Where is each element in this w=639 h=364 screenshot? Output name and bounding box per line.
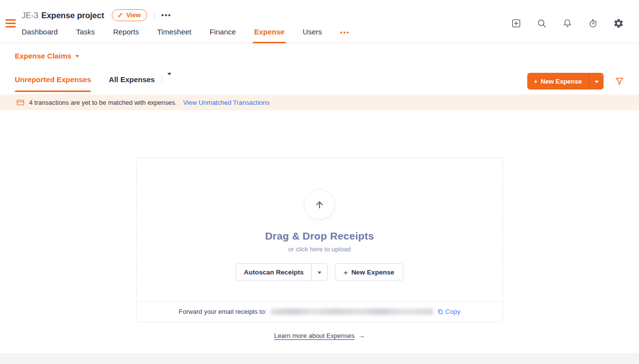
external-view-icon xyxy=(117,12,123,18)
new-expense-split-button: + New Expense xyxy=(527,73,604,90)
app-header: JE-3 Expense project View ••• Dashboard … xyxy=(0,0,639,43)
tab-all-expenses[interactable]: All Expenses xyxy=(109,75,155,92)
copy-icon xyxy=(437,308,444,315)
right-arrow-icon: → xyxy=(358,332,365,339)
plus-icon: + xyxy=(344,268,348,276)
tab-dashboard[interactable]: Dashboard xyxy=(22,28,58,43)
project-code: JE-3 xyxy=(22,11,38,20)
expense-page: JE-3 Expense project View ••• Dashboard … xyxy=(0,0,639,364)
nav-more-tabs[interactable]: ••• xyxy=(340,28,350,43)
upload-arrow-icon xyxy=(314,199,325,210)
autoscan-receipts-button[interactable]: Autoscan Receipts xyxy=(236,264,311,280)
tabs-row: Unreported Expenses All Expenses + New E… xyxy=(15,73,624,94)
receipt-dropzone[interactable]: Drag & Drop Receipts or click here to up… xyxy=(136,157,503,322)
tab-expense[interactable]: Expense xyxy=(254,28,285,43)
project-nav: Dashboard Tasks Reports Timesheet Financ… xyxy=(22,28,639,43)
unmatched-transactions-alert: 4 transactions are yet to be matched wit… xyxy=(0,94,639,110)
learn-more-link[interactable]: Learn more about Expenses → xyxy=(0,332,639,339)
autoscan-dropdown[interactable] xyxy=(311,264,327,280)
header-actions xyxy=(511,18,624,29)
timer-icon[interactable] xyxy=(588,18,598,29)
tab-timesheet[interactable]: Timesheet xyxy=(157,28,191,43)
divider xyxy=(161,76,162,83)
new-expense-button[interactable]: + New Expense xyxy=(527,73,589,90)
dropzone-subtitle: or click here to upload xyxy=(288,245,351,253)
expense-claims-label: Expense Claims xyxy=(15,52,71,60)
views-dropdown-caret[interactable] xyxy=(167,75,171,84)
tab-finance[interactable]: Finance xyxy=(210,28,236,43)
plus-icon: + xyxy=(534,78,538,85)
tab-reports[interactable]: Reports xyxy=(113,28,139,43)
bottom-strip xyxy=(0,353,639,364)
upload-circle xyxy=(304,189,335,220)
forward-email-footer: Forward your email receipts to: Copy xyxy=(137,301,503,322)
list-actions: + New Expense xyxy=(527,73,624,90)
add-icon[interactable] xyxy=(511,18,521,29)
forward-email-label: Forward your email receipts to: xyxy=(179,308,266,315)
project-more-options[interactable]: ••• xyxy=(161,11,172,19)
hamburger-menu-icon[interactable] xyxy=(5,19,16,29)
project-name: Expense project xyxy=(41,11,104,20)
dropzone-buttons: Autoscan Receipts + New Expense xyxy=(236,263,403,281)
autoscan-split-button: Autoscan Receipts xyxy=(236,263,328,281)
search-icon[interactable] xyxy=(537,18,547,29)
view-unmatched-transactions-link[interactable]: View Unmatched Transactions xyxy=(183,99,269,106)
redacted-email-address xyxy=(271,308,433,315)
alert-message: 4 transactions are yet to be matched wit… xyxy=(29,99,177,106)
expense-claims-dropdown[interactable]: Expense Claims xyxy=(15,52,79,60)
settings-gear-icon[interactable] xyxy=(613,18,624,29)
dropzone-title: Drag & Drop Receipts xyxy=(265,230,374,242)
credit-card-icon xyxy=(16,98,25,107)
tab-tasks[interactable]: Tasks xyxy=(76,28,95,43)
divider xyxy=(154,11,155,19)
new-expense-button-dropzone[interactable]: + New Expense xyxy=(335,263,403,281)
caret-down-icon xyxy=(75,55,79,58)
copy-email-link[interactable]: Copy xyxy=(437,308,460,315)
view-button[interactable]: View xyxy=(112,9,147,21)
new-expense-dropdown[interactable] xyxy=(589,73,604,90)
notifications-bell-icon[interactable] xyxy=(562,18,573,29)
tab-unreported-expenses[interactable]: Unreported Expenses xyxy=(15,75,91,92)
filter-funnel-icon[interactable] xyxy=(615,77,624,86)
tab-users[interactable]: Users xyxy=(303,28,322,43)
